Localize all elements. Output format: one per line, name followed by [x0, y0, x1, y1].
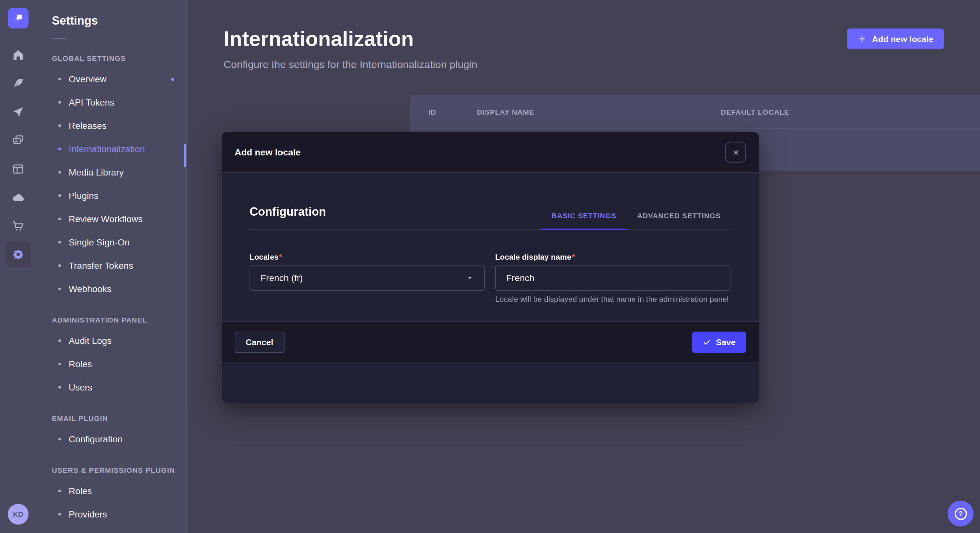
tab-basic-settings[interactable]: BASIC SETTINGS [541, 212, 627, 230]
add-locale-modal: Add new locale Configuration BASIC SETTI… [222, 132, 759, 403]
configuration-heading: Configuration [250, 205, 326, 229]
locales-label: Locales* [250, 252, 485, 262]
chevron-down-icon [466, 274, 474, 282]
modal-title: Add new locale [235, 147, 301, 157]
save-button[interactable]: Save [692, 331, 746, 353]
close-modal-button[interactable] [725, 142, 746, 163]
tab-advanced-settings[interactable]: ADVANCED SETTINGS [627, 212, 731, 230]
locales-select-value: French (fr) [261, 273, 303, 283]
cancel-button[interactable]: Cancel [235, 331, 284, 353]
locales-select[interactable]: French (fr) [250, 265, 485, 291]
display-name-input[interactable] [495, 265, 730, 291]
check-icon [702, 338, 711, 346]
display-name-label: Locale display name* [495, 252, 730, 262]
app-viewport: KD Settings GLOBAL SETTINGSOverviewAPI T… [0, 0, 980, 533]
settings-tabs: BASIC SETTINGS ADVANCED SETTINGS [541, 212, 731, 229]
display-name-hint: Locale will be displayed under that name… [495, 294, 730, 305]
close-icon [732, 149, 739, 156]
